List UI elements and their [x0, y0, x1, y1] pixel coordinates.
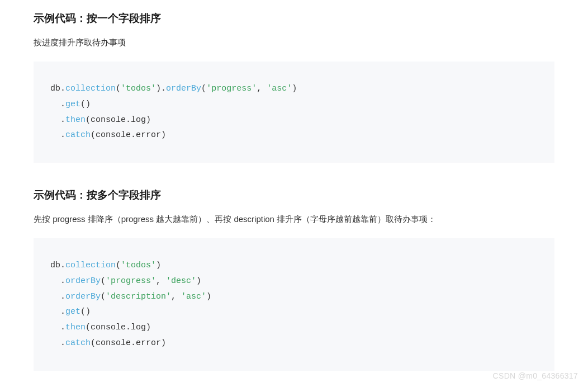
code-token-punct: ,	[156, 276, 166, 286]
code-token-plain: (console.log)	[86, 323, 151, 332]
code-token-punct: )	[196, 276, 201, 286]
code-token-punct: .	[60, 261, 65, 270]
code-block-2: db.collection('todos') .orderBy('progres…	[34, 238, 554, 371]
code-token-method: then	[65, 323, 86, 332]
code-token-string: 'desc'	[166, 276, 196, 286]
code-token-punct: .	[50, 307, 65, 317]
code-token-plain: (console.error)	[91, 130, 166, 140]
code-token-method: get	[65, 307, 80, 317]
section-title: 示例代码：按多个字段排序	[34, 188, 554, 202]
code-token-plain: db	[50, 84, 60, 93]
code-token-punct: (	[101, 276, 106, 286]
section-multi-field-sort: 示例代码：按多个字段排序 先按 progress 排降序（progress 越大…	[34, 188, 554, 371]
code-token-punct: ()	[80, 100, 91, 109]
code-token-plain: (console.log)	[86, 115, 151, 125]
code-token-string: 'asc'	[267, 84, 292, 93]
code-token-punct: ()	[80, 307, 91, 317]
code-token-punct: (	[201, 84, 206, 93]
code-token-method: orderBy	[65, 292, 101, 301]
code-token-punct: .	[50, 130, 65, 140]
section-single-field-sort: 示例代码：按一个字段排序 按进度排升序取待办事项 db.collection('…	[34, 11, 554, 163]
code-token-punct: .	[50, 338, 65, 348]
code-token-punct: .	[50, 100, 65, 109]
section-description: 先按 progress 排降序（progress 越大越靠前）、再按 descr…	[34, 213, 554, 226]
code-token-punct: .	[50, 115, 65, 125]
code-token-punct: (	[116, 84, 121, 93]
code-token-punct: )	[292, 84, 297, 93]
section-description: 按进度排升序取待办事项	[34, 36, 554, 49]
code-token-method: catch	[65, 130, 91, 140]
code-token-punct: ,	[171, 292, 181, 301]
code-token-punct: .	[50, 292, 65, 301]
code-token-string: 'description'	[106, 292, 171, 301]
code-token-string: 'todos'	[121, 84, 156, 93]
code-token-string: 'progress'	[206, 84, 257, 93]
code-token-punct: .	[50, 323, 65, 332]
code-block-1: db.collection('todos').orderBy('progress…	[34, 62, 554, 163]
code-token-punct: )	[156, 261, 161, 270]
code-token-punct: )	[206, 292, 211, 301]
code-token-method: get	[65, 100, 80, 109]
code-token-method: collection	[65, 261, 116, 270]
code-token-punct: ,	[257, 84, 267, 93]
code-token-punct: (	[101, 292, 106, 301]
code-token-method: catch	[65, 338, 91, 348]
code-token-string: 'asc'	[181, 292, 206, 301]
code-token-method: then	[65, 115, 86, 125]
code-token-punct: (	[116, 261, 121, 270]
code-token-method: orderBy	[166, 84, 201, 93]
code-token-punct: ).	[156, 84, 166, 93]
code-token-plain: db	[50, 261, 60, 270]
code-token-method: collection	[65, 84, 116, 93]
code-token-punct: .	[50, 276, 65, 286]
code-token-string: 'todos'	[121, 261, 156, 270]
code-token-punct: .	[60, 84, 65, 93]
code-token-plain: (console.error)	[91, 338, 166, 348]
code-token-method: orderBy	[65, 276, 101, 286]
code-token-string: 'progress'	[106, 276, 156, 286]
section-title: 示例代码：按一个字段排序	[34, 11, 554, 26]
watermark: CSDN @m0_64366317	[493, 371, 578, 380]
